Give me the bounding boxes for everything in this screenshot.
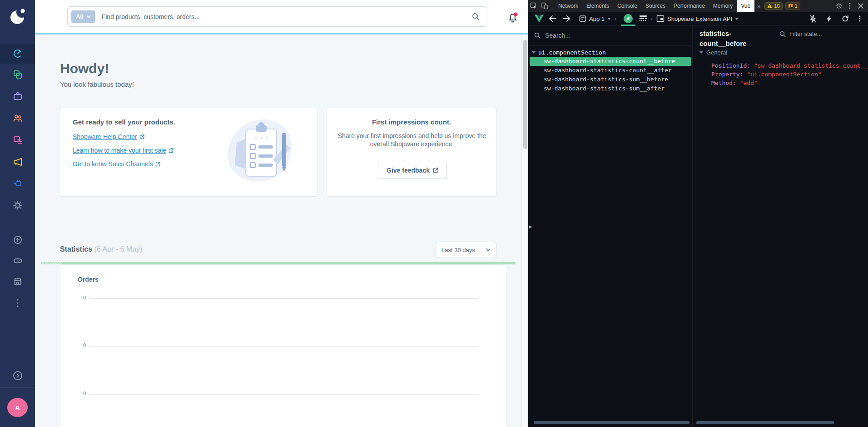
chart-gridline: 0 bbox=[60, 295, 506, 301]
search-input[interactable] bbox=[102, 13, 472, 20]
device-toolbar-icon[interactable] bbox=[539, 0, 550, 12]
external-link-icon bbox=[139, 134, 144, 139]
vue-toolbar: App 1 › › bbox=[528, 12, 868, 26]
link-help-center[interactable]: Shopware Help Center bbox=[73, 133, 144, 140]
tree-item[interactable]: sw-dashboard-statistics-sum__before bbox=[528, 75, 693, 84]
custom-inspector-selector[interactable]: Shopware Extension API bbox=[656, 15, 739, 22]
give-feedback-label: Give feedback bbox=[387, 167, 430, 174]
sidebar-item-customers[interactable] bbox=[0, 108, 35, 128]
pane-toggle-arrow-icon[interactable]: ▶ bbox=[529, 224, 532, 229]
scrollbar-thumb[interactable] bbox=[523, 40, 527, 149]
tab-vue[interactable]: Vue bbox=[737, 0, 754, 12]
devtools-menu-icon[interactable] bbox=[844, 0, 855, 12]
devtools-close-icon[interactable] bbox=[855, 0, 866, 12]
dashboard-icon bbox=[12, 48, 23, 59]
state-value: "add" bbox=[740, 79, 758, 86]
tab-sources[interactable]: Sources bbox=[641, 0, 670, 12]
tab-performance[interactable]: Performance bbox=[670, 0, 709, 12]
timeline-tab-icon[interactable] bbox=[639, 15, 647, 22]
search-icon bbox=[779, 31, 786, 37]
app-selector-label: App 1 bbox=[589, 15, 605, 22]
tab-memory[interactable]: Memory bbox=[709, 0, 737, 12]
vue-menu-icon[interactable] bbox=[859, 15, 861, 22]
screen: A All bbox=[0, 0, 868, 427]
inspect-element-icon[interactable] bbox=[528, 0, 539, 12]
svg-text:☺ ☰ ☺: ☺ ☰ ☺ bbox=[254, 135, 269, 140]
filter-state-input[interactable] bbox=[789, 30, 848, 37]
tree-item-selected[interactable]: sw-dashboard-statistics-count__before bbox=[530, 57, 691, 66]
main-sidebar: A bbox=[0, 0, 35, 427]
sidebar-item-add-new[interactable] bbox=[0, 230, 35, 250]
app-header: All bbox=[35, 0, 528, 35]
twisty-expanded-icon[interactable] bbox=[699, 51, 703, 54]
extensions-icon bbox=[12, 178, 23, 189]
tree-item[interactable]: sw-dashboard-statistics-sum__after bbox=[528, 84, 693, 93]
tree-search-row bbox=[528, 26, 692, 45]
sidebar-item-content[interactable] bbox=[0, 130, 35, 150]
warning-triangle-icon bbox=[767, 4, 772, 8]
issues-badge[interactable]: 1 bbox=[785, 2, 800, 10]
y-axis-tick: 0 bbox=[60, 343, 86, 348]
tab-network[interactable]: Network bbox=[554, 0, 582, 12]
sidebar-item-marketing[interactable] bbox=[0, 152, 35, 172]
orders-chart-card: Orders 0 0 0 bbox=[60, 264, 506, 427]
marketing-icon bbox=[12, 156, 23, 167]
external-link-icon bbox=[155, 162, 160, 167]
statistics-title: Statistics bbox=[60, 245, 92, 253]
link-sales-channels[interactable]: Get to know Sales Channels bbox=[73, 160, 160, 168]
app-icon bbox=[579, 15, 586, 22]
devtools-settings-icon[interactable] bbox=[833, 0, 844, 12]
notification-bell-button[interactable] bbox=[506, 10, 521, 25]
sidebar-item-orders[interactable] bbox=[0, 86, 35, 106]
flash-icon[interactable] bbox=[826, 15, 832, 23]
devtools-panel: Network Elements Console Sources Perform… bbox=[528, 0, 868, 427]
sidebar-item-storefront[interactable] bbox=[0, 272, 35, 292]
sidebar-item-dashboard[interactable] bbox=[0, 44, 35, 64]
history-forward-icon[interactable] bbox=[563, 15, 570, 22]
app-selector[interactable]: App 1 bbox=[579, 15, 611, 22]
twisty-expanded-icon[interactable] bbox=[532, 51, 536, 54]
customers-icon bbox=[12, 113, 23, 124]
global-search[interactable]: All bbox=[67, 6, 487, 27]
tree-root-label: ui.componentSection bbox=[538, 49, 606, 56]
warnings-count: 10 bbox=[774, 3, 779, 9]
more-tabs-button[interactable]: » bbox=[754, 3, 763, 10]
sidebar-item-more[interactable] bbox=[0, 293, 35, 313]
orders-icon bbox=[12, 91, 23, 102]
horizontal-scrollbar-thumb[interactable] bbox=[534, 421, 689, 424]
vue-state-pane: sw-dashboard- statistics- count__before … bbox=[693, 26, 868, 427]
devtools-tabbar: Network Elements Console Sources Perform… bbox=[528, 0, 868, 12]
warnings-badge[interactable]: 10 bbox=[764, 2, 782, 10]
caret-down-icon bbox=[607, 18, 611, 20]
disable-flash-icon[interactable] bbox=[810, 15, 816, 23]
content-scrollbar[interactable] bbox=[521, 35, 528, 427]
sidebar-item-settings[interactable] bbox=[0, 195, 35, 215]
user-avatar[interactable]: A bbox=[7, 398, 28, 417]
sidebar-item-catalogues[interactable] bbox=[0, 65, 35, 84]
tree-search-input[interactable] bbox=[545, 32, 654, 39]
tree-root-node[interactable]: ui.componentSection bbox=[528, 48, 693, 57]
history-back-icon[interactable] bbox=[549, 15, 556, 22]
chart-title: Orders bbox=[78, 276, 99, 283]
sidebar-expand-button[interactable] bbox=[0, 366, 35, 386]
apps-icon bbox=[12, 254, 23, 265]
issues-count: 1 bbox=[795, 3, 798, 9]
chart-gridline: 0 bbox=[60, 343, 506, 349]
state-section-general[interactable]: General bbox=[699, 49, 727, 56]
horizontal-scrollbar-thumb[interactable] bbox=[696, 421, 834, 424]
section-label: General bbox=[706, 49, 727, 56]
tab-console[interactable]: Console bbox=[613, 0, 641, 12]
inspector-tree: ui.componentSection sw-dashboard-statist… bbox=[528, 48, 693, 93]
y-axis-tick: 0 bbox=[60, 391, 86, 396]
refresh-icon[interactable] bbox=[842, 15, 849, 22]
tree-item[interactable]: sw-dashboard-statistics-count__after bbox=[528, 66, 693, 75]
tab-elements[interactable]: Elements bbox=[582, 0, 613, 12]
inspector-tab-components[interactable] bbox=[620, 12, 636, 26]
sidebar-item-extensions[interactable] bbox=[0, 174, 35, 194]
sidebar-item-apps[interactable] bbox=[0, 250, 35, 270]
statistics-range-dropdown[interactable]: Last 30 days bbox=[436, 242, 496, 258]
search-scope-dropdown[interactable]: All bbox=[71, 10, 95, 23]
link-first-sale[interactable]: Learn how to make your first sale bbox=[73, 147, 174, 154]
give-feedback-button[interactable]: Give feedback bbox=[378, 162, 447, 179]
statistics-heading: Statistics (6 Apr - 6 May) bbox=[60, 245, 142, 253]
